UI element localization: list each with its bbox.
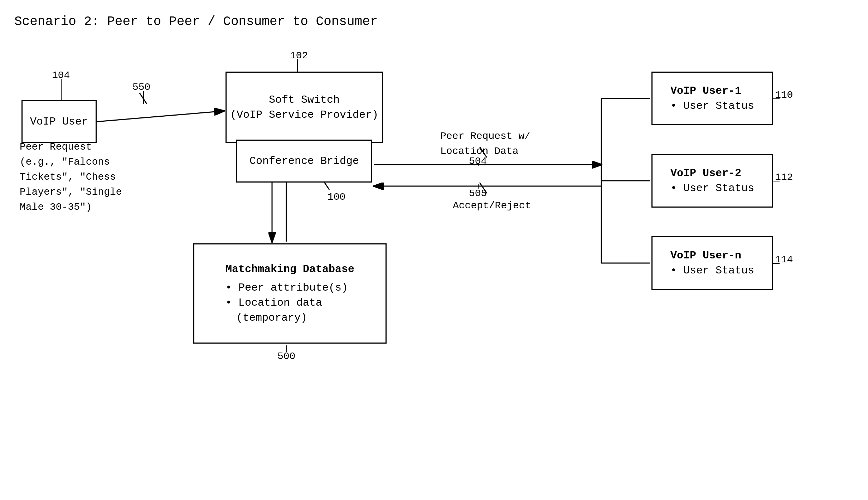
ref-550: 550 <box>132 82 150 93</box>
user2-bullet1: • User Status <box>670 181 754 196</box>
usern-label: VoIP User-n <box>670 248 754 263</box>
user2-box: VoIP User-2 • User Status <box>651 154 773 208</box>
voip-user-label: VoIP User <box>30 114 88 129</box>
matchmaking-bullet3: (temporary) <box>226 310 354 325</box>
matchmaking-box: Matchmaking Database • Peer attribute(s)… <box>193 243 387 344</box>
soft-switch-sub: (VoIP Service Provider) <box>230 107 378 122</box>
peer-request-location-label: Peer Request w/ Location Data <box>440 129 530 159</box>
usern-bullet1: • User Status <box>670 263 754 278</box>
ref-102: 102 <box>290 50 308 61</box>
diagram-container: Scenario 2: Peer to Peer / Consumer to C… <box>0 0 868 500</box>
user1-bullet1: • User Status <box>670 98 754 113</box>
user1-box: VoIP User-1 • User Status <box>651 72 773 125</box>
ref-500: 500 <box>277 351 295 362</box>
usern-box: VoIP User-n • User Status <box>651 236 773 290</box>
matchmaking-title: Matchmaking Database <box>226 262 354 277</box>
svg-line-2 <box>97 111 224 122</box>
accept-reject-label: Accept/Reject <box>453 199 531 213</box>
matchmaking-bullet2: • Location data <box>226 295 354 310</box>
user1-label: VoIP User-1 <box>670 83 754 98</box>
ref-100: 100 <box>328 191 345 203</box>
ref-505: 505 <box>469 188 487 199</box>
scenario-title: Scenario 2: Peer to Peer / Consumer to C… <box>14 14 378 29</box>
voip-user-box: VoIP User <box>21 100 97 143</box>
user2-label: VoIP User-2 <box>670 166 754 181</box>
peer-request-label: Peer Request (e.g., "Falcons Tickets", "… <box>20 140 122 215</box>
matchmaking-bullet1: • Peer attribute(s) <box>226 280 354 295</box>
soft-switch-label: Soft Switch <box>230 92 378 107</box>
conference-bridge-label: Conference Bridge <box>249 154 359 169</box>
conference-bridge-box: Conference Bridge <box>236 140 372 183</box>
soft-switch-box: Soft Switch (VoIP Service Provider) <box>226 72 383 143</box>
